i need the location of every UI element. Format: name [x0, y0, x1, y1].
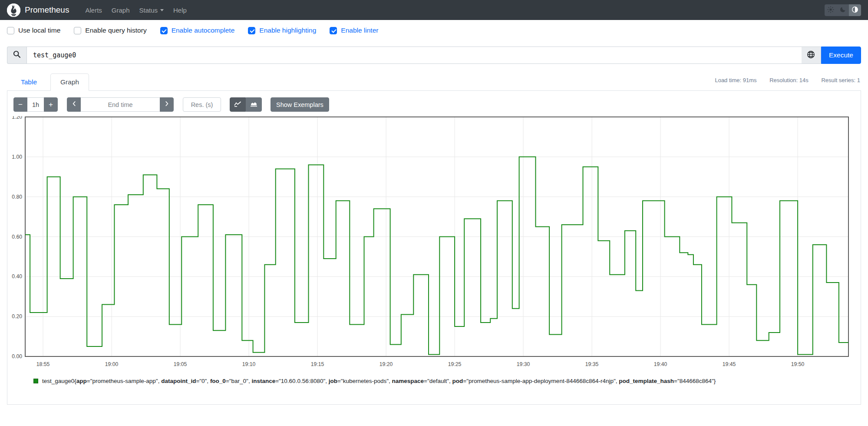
nav-link-status[interactable]: Status: [135, 7, 169, 14]
x-tick-label: 19:30: [517, 361, 530, 367]
time-back-button[interactable]: [67, 97, 81, 112]
range-input[interactable]: [27, 97, 44, 112]
end-time-control-group: [67, 97, 174, 112]
y-tick-label: 0.20: [12, 313, 22, 320]
theme-auto-button[interactable]: [849, 4, 861, 16]
nav-link-graph[interactable]: Graph: [107, 7, 135, 14]
stat-load-time: Load time: 91ms: [715, 77, 756, 83]
show-exemplars-button[interactable]: Show Exemplars: [271, 97, 329, 112]
checkbox-box[interactable]: [330, 27, 337, 34]
tab-graph[interactable]: Graph: [50, 73, 89, 91]
range-decrease-button[interactable]: −: [13, 97, 27, 112]
moon-icon: [840, 6, 846, 14]
stat-result-series: Result series: 1: [821, 77, 860, 83]
sun-icon: [827, 6, 834, 14]
y-tick-label: 0.00: [12, 353, 22, 359]
tab-table[interactable]: Table: [13, 74, 45, 90]
query-bar: Execute: [7, 47, 861, 64]
nav-link-help[interactable]: Help: [168, 7, 191, 14]
theme-light-button[interactable]: [825, 4, 837, 16]
query-input[interactable]: [26, 47, 802, 64]
checkbox-label: Enable linter: [341, 27, 378, 34]
checkbox-enable-query-history[interactable]: Enable query history: [74, 27, 146, 34]
theme-toggle-group: [825, 4, 861, 16]
nav-link-alerts[interactable]: Alerts: [80, 7, 106, 14]
execute-button[interactable]: Execute: [821, 47, 861, 64]
metrics-explorer-button[interactable]: [802, 47, 821, 64]
circle-half-icon: [851, 6, 858, 14]
graph-chart[interactable]: 0.000.200.400.600.801.001.2018:5519:0019…: [9, 116, 849, 371]
search-icon-addon: [7, 47, 26, 64]
checkbox-label: Enable query history: [85, 27, 146, 34]
chevron-left-icon: [72, 100, 76, 109]
x-tick-label: 19:20: [380, 361, 393, 367]
y-tick-label: 1.00: [12, 154, 22, 160]
chart-area: 0.000.200.400.600.801.001.2018:5519:0019…: [7, 112, 861, 371]
y-tick-label: 1.20: [12, 116, 22, 120]
x-tick-label: 19:15: [311, 361, 324, 367]
x-tick-label: 18:55: [36, 361, 50, 367]
resolution-input[interactable]: [183, 97, 221, 112]
x-tick-label: 19:10: [242, 361, 256, 367]
chevron-down-icon: [160, 9, 164, 11]
x-tick-label: 19:45: [723, 361, 736, 367]
stat-resolution: Resolution: 14s: [769, 77, 809, 83]
end-time-input[interactable]: [81, 97, 160, 112]
navbar: Prometheus Alerts Graph Status Help: [0, 0, 868, 20]
range-increase-button[interactable]: +: [44, 97, 58, 112]
prometheus-logo-icon[interactable]: [7, 3, 20, 17]
globe-icon: [807, 50, 815, 60]
y-tick-label: 0.60: [12, 234, 22, 240]
checkbox-label: Use local time: [18, 27, 60, 34]
brand-title[interactable]: Prometheus: [25, 5, 69, 15]
graph-panel: − +: [7, 90, 861, 405]
x-tick-label: 19:00: [105, 361, 119, 367]
x-tick-label: 19:35: [585, 361, 599, 367]
checkbox-box[interactable]: [248, 27, 255, 34]
x-tick-label: 19:40: [654, 361, 667, 367]
nav-link-status-label: Status: [139, 7, 158, 14]
series-line[interactable]: [25, 157, 848, 355]
chart-type-toggle: [230, 97, 262, 112]
stacked-graph-toggle-button[interactable]: [246, 97, 262, 112]
series-label: test_gauge0{app="prometheus-sample-app",…: [42, 378, 716, 384]
options-row: Use local time Enable query history Enab…: [0, 20, 868, 39]
chevron-right-icon: [165, 100, 169, 109]
line-chart-icon: [234, 100, 241, 109]
time-forward-button[interactable]: [160, 97, 174, 112]
checkbox-label: Enable autocomplete: [172, 27, 235, 34]
checkbox-use-local-time[interactable]: Use local time: [7, 27, 60, 34]
legend-item[interactable]: test_gauge0{app="prometheus-sample-app",…: [33, 378, 861, 384]
line-graph-toggle-button[interactable]: [230, 97, 246, 112]
checkbox-box[interactable]: [74, 27, 81, 34]
graph-controls: − +: [7, 91, 861, 112]
y-tick-label: 0.40: [12, 273, 22, 280]
checkbox-box[interactable]: [160, 27, 168, 34]
checkbox-enable-highlighting[interactable]: Enable highlighting: [248, 27, 316, 34]
tabs-row: Table Graph Load time: 91ms Resolution: …: [7, 73, 861, 90]
stacked-chart-icon: [250, 100, 257, 109]
search-icon: [13, 50, 21, 60]
query-stats: Load time: 91ms Resolution: 14s Result s…: [703, 77, 860, 83]
y-tick-label: 0.80: [12, 194, 22, 200]
x-tick-label: 19:25: [448, 361, 462, 367]
x-tick-label: 19:50: [791, 361, 805, 367]
range-control-group: − +: [13, 97, 58, 112]
checkbox-enable-linter[interactable]: Enable linter: [330, 27, 378, 34]
series-color-swatch: [33, 379, 38, 383]
x-tick-label: 19:05: [174, 361, 187, 367]
checkbox-box[interactable]: [7, 27, 14, 34]
checkbox-enable-autocomplete[interactable]: Enable autocomplete: [160, 27, 235, 34]
checkbox-label: Enable highlighting: [259, 27, 316, 34]
theme-dark-button[interactable]: [837, 4, 849, 16]
